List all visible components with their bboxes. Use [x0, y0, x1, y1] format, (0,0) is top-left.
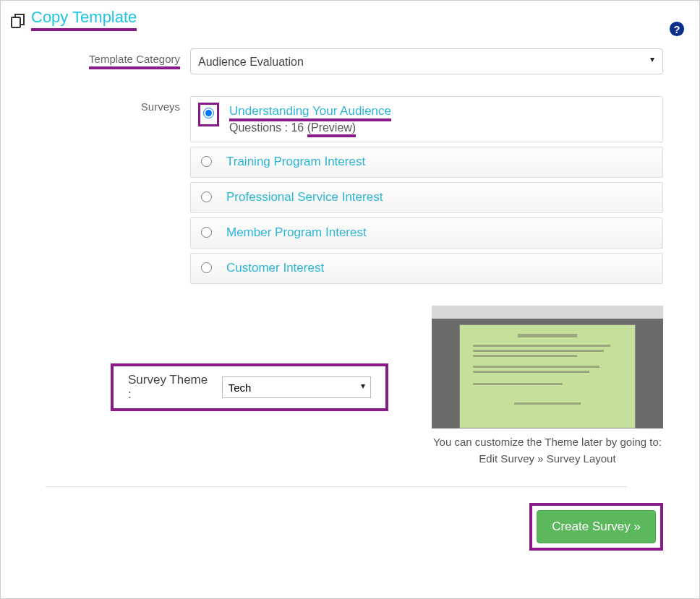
survey-theme-select[interactable]: Tech — [222, 376, 371, 398]
survey-theme-label: Survey Theme : — [128, 373, 213, 402]
button-row: Create Survey » — [9, 503, 663, 551]
svg-text:?: ? — [674, 24, 680, 35]
theme-preview: You can customize the Theme later by goi… — [432, 306, 663, 465]
template-category-select[interactable]: Audience Evaluation — [190, 48, 663, 74]
survey-questions: Questions : 16 (Preview) — [229, 121, 652, 134]
theme-selector-box: Survey Theme : Tech — [111, 363, 388, 411]
survey-item-professional-service[interactable]: Professional Service Interest — [190, 182, 663, 213]
page-title: Copy Template — [31, 8, 137, 34]
create-survey-highlight: Create Survey » — [529, 503, 663, 551]
preview-link[interactable]: (Preview) — [307, 121, 357, 137]
create-survey-button[interactable]: Create Survey » — [537, 510, 656, 543]
survey-radio[interactable] — [201, 156, 212, 170]
template-category-row: Template Category Audience Evaluation — [9, 48, 663, 74]
copy-icon — [9, 12, 27, 30]
survey-radio[interactable] — [198, 103, 219, 126]
template-category-label: Template Category — [9, 48, 190, 69]
surveys-label: Surveys — [9, 96, 190, 113]
survey-radio[interactable] — [201, 227, 212, 241]
survey-radio[interactable] — [201, 191, 212, 205]
header: Copy Template ? — [9, 8, 663, 34]
survey-title[interactable]: Understanding Your Audience — [229, 104, 391, 121]
survey-item-understanding-audience[interactable]: Understanding Your Audience Questions : … — [190, 96, 663, 142]
survey-item-member-program[interactable]: Member Program Interest — [190, 217, 663, 249]
help-icon[interactable]: ? — [669, 21, 685, 41]
survey-radio[interactable] — [201, 262, 212, 276]
survey-title[interactable]: Professional Service Interest — [226, 190, 383, 204]
divider — [46, 486, 627, 487]
theme-preview-image — [432, 306, 663, 428]
svg-rect-0 — [12, 17, 20, 27]
theme-hint-line2: Edit Survey » Survey Layout — [432, 452, 663, 465]
survey-item-customer-interest[interactable]: Customer Interest — [190, 253, 663, 284]
survey-title[interactable]: Member Program Interest — [226, 225, 367, 239]
survey-title[interactable]: Training Program Interest — [226, 155, 365, 168]
theme-section: Survey Theme : Tech — [111, 306, 663, 465]
theme-hint-line1: You can customize the Theme later by goi… — [432, 436, 663, 448]
surveys-list: Understanding Your Audience Questions : … — [190, 96, 663, 284]
survey-title[interactable]: Customer Interest — [226, 261, 324, 275]
surveys-row: Surveys Understanding Your Audience Ques… — [9, 96, 663, 284]
survey-item-training-program[interactable]: Training Program Interest — [190, 147, 663, 178]
